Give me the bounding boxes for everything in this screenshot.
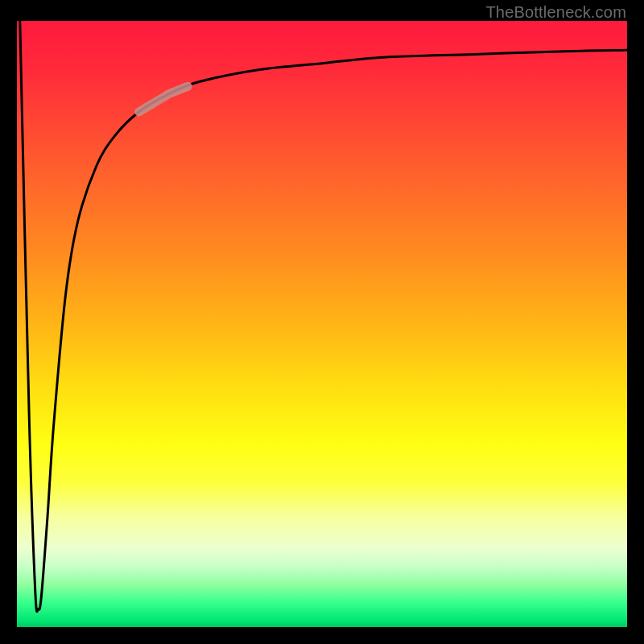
- plot-gradient-background: [17, 21, 627, 627]
- chart-frame: TheBottleneck.com: [0, 0, 644, 644]
- attribution-watermark: TheBottleneck.com: [485, 3, 626, 22]
